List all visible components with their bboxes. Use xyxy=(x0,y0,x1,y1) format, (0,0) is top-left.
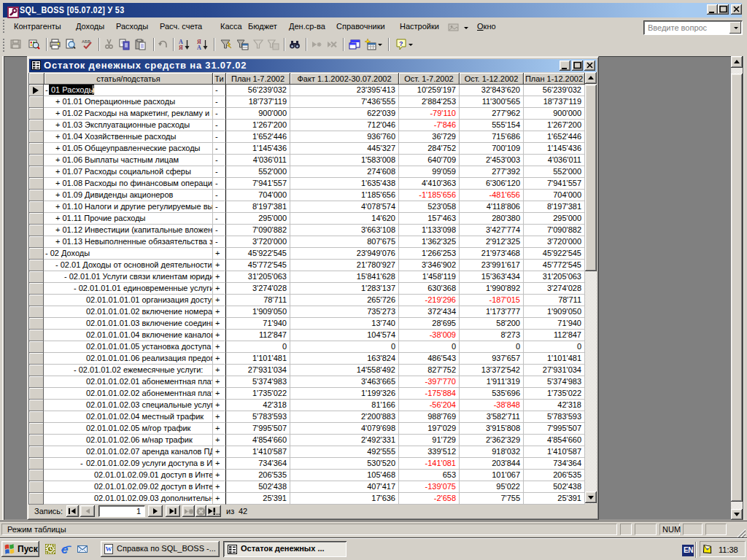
svg-text:?: ? xyxy=(399,40,403,47)
svg-text:W: W xyxy=(106,545,112,553)
svg-text:А: А xyxy=(197,44,201,50)
svg-text:Я: Я xyxy=(179,44,183,50)
svg-text:АБВ: АБВ xyxy=(82,39,90,44)
svg-text:e: e xyxy=(61,544,68,554)
